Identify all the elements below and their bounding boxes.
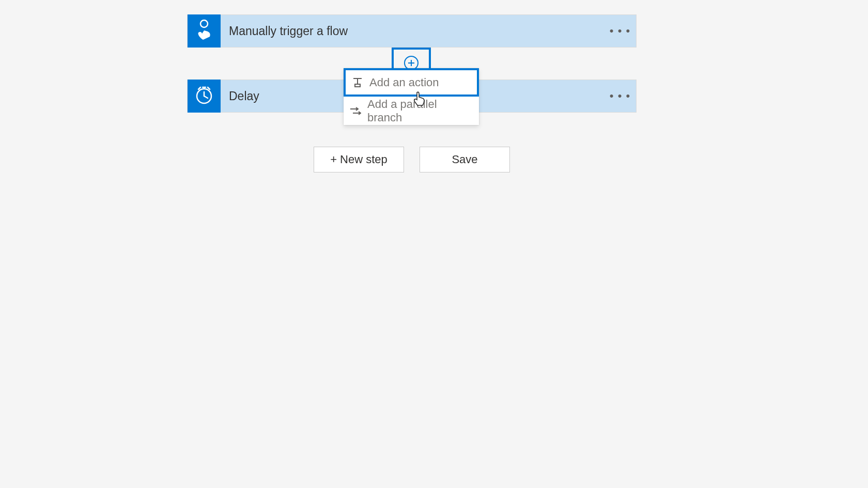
save-button[interactable]: Save [420,147,510,172]
menu-item-label: Add a parallel branch [367,98,473,124]
delay-icon-box [188,80,221,113]
menu-item-add-parallel-branch[interactable]: Add a parallel branch [344,97,479,125]
trigger-card[interactable]: Manually trigger a flow • • • [187,14,637,48]
new-step-button[interactable]: + New step [314,147,404,172]
menu-item-label: Add an action [369,76,439,89]
add-action-icon [352,77,363,88]
flow-canvas: Manually trigger a flow • • • [0,0,868,488]
svg-line-5 [204,96,208,98]
trigger-icon-box [188,14,221,48]
trigger-more-button[interactable]: • • • [607,15,633,47]
insert-step-menu: Add an action Add a parallel branch [344,68,479,125]
more-icon: • • • [610,89,630,103]
save-label: Save [452,153,477,166]
trigger-title: Manually trigger a flow [229,24,607,38]
touch-icon [195,19,213,43]
parallel-branch-icon [350,105,361,117]
menu-item-add-action[interactable]: Add an action [344,68,479,97]
footer-actions: + New step Save [314,147,510,172]
more-icon: • • • [610,24,630,38]
delay-more-button[interactable]: • • • [607,80,633,112]
new-step-label: + New step [330,153,388,166]
clock-icon [194,85,214,107]
svg-rect-10 [355,84,360,87]
